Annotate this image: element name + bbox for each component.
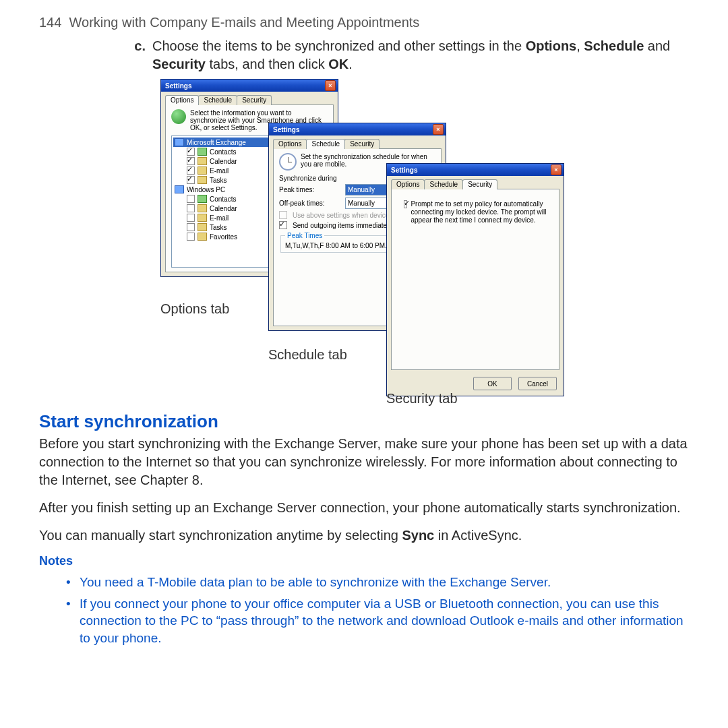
checkbox-icon[interactable] [187, 233, 195, 241]
paragraph-1: Before you start synchronizing with the … [39, 435, 689, 489]
item-icon [198, 233, 207, 241]
window-title: Settings [165, 82, 191, 90]
ok-button[interactable]: OK [473, 377, 512, 390]
step-text: Choose the items to be synchronized and … [152, 37, 689, 73]
peak-label: Peak times: [279, 186, 340, 193]
tab-options[interactable]: Options [391, 179, 425, 189]
tab-schedule[interactable]: Schedule [424, 179, 463, 189]
sync-icon [171, 109, 186, 124]
page-header: 144 Working with Company E-mails and Mee… [39, 15, 689, 30]
item-icon [198, 214, 207, 222]
tab-options[interactable]: Options [273, 139, 307, 149]
tab-options[interactable]: Options [165, 95, 199, 105]
close-icon[interactable]: × [551, 164, 562, 175]
checkbox-icon[interactable] [187, 195, 195, 203]
step-marker: c. [133, 37, 146, 73]
clock-icon [279, 153, 297, 171]
item-icon [198, 157, 207, 165]
checkbox-icon[interactable] [187, 166, 195, 175]
folder-icon [175, 138, 184, 146]
caption-security: Security tab [386, 391, 458, 406]
item-icon [198, 148, 207, 156]
checkbox-icon [279, 211, 287, 219]
window-title: Settings [391, 166, 417, 174]
window-title: Settings [273, 126, 299, 133]
tab-security[interactable]: Security [237, 95, 272, 105]
tab-schedule[interactable]: Schedule [306, 139, 345, 149]
notes-list: You need a T-Mobile data plan to be able… [66, 574, 689, 647]
paragraph-2: After you finish setting up an Exchange … [39, 499, 689, 517]
titlebar[interactable]: Settings × [269, 123, 446, 135]
checkbox-icon[interactable] [404, 200, 407, 208]
send-immediately-label: Send outgoing items immediately [293, 222, 392, 229]
close-icon[interactable]: × [325, 80, 336, 91]
window-security: Settings × Options Schedule Security Pro… [386, 163, 564, 396]
checkbox-icon[interactable] [187, 204, 195, 212]
item-icon [198, 204, 207, 212]
paragraph-3: You can manually start synchronization a… [39, 526, 689, 545]
notes-label: Notes [39, 554, 689, 568]
note-item: If you connect your phone to your office… [66, 595, 689, 647]
item-icon [198, 176, 207, 184]
note-item: You need a T-Mobile data plan to be able… [66, 574, 689, 591]
close-icon[interactable]: × [433, 124, 444, 135]
titlebar[interactable]: Settings × [161, 80, 338, 92]
cancel-button[interactable]: Cancel [518, 377, 557, 390]
tab-schedule[interactable]: Schedule [198, 95, 237, 105]
section-title: Start synchronization [39, 411, 689, 432]
checkbox-icon[interactable] [187, 148, 195, 156]
titlebar[interactable]: Settings × [387, 164, 564, 176]
tab-security[interactable]: Security [462, 179, 497, 189]
caption-schedule: Schedule tab [268, 347, 347, 363]
chapter-title: Working with Company E-mails and Meeting… [69, 15, 420, 30]
offpeak-label: Off-peak times: [279, 200, 340, 207]
checkbox-icon[interactable] [187, 157, 195, 165]
item-icon [198, 223, 207, 231]
folder-icon [175, 185, 184, 193]
page-number: 144 [39, 15, 61, 30]
checkbox-icon[interactable] [187, 223, 195, 231]
checkbox-icon[interactable] [187, 214, 195, 222]
item-icon [198, 195, 207, 203]
security-prompt-text: Prompt me to set my policy for automatic… [411, 200, 547, 224]
peak-times-legend: Peak Times [285, 232, 324, 239]
checkbox-icon[interactable] [279, 221, 287, 229]
item-icon [198, 166, 207, 175]
screenshots-area: Settings × Options Schedule Security Sel… [160, 79, 632, 406]
caption-options: Options tab [160, 301, 229, 317]
checkbox-icon[interactable] [187, 176, 195, 184]
tab-security[interactable]: Security [344, 139, 380, 149]
